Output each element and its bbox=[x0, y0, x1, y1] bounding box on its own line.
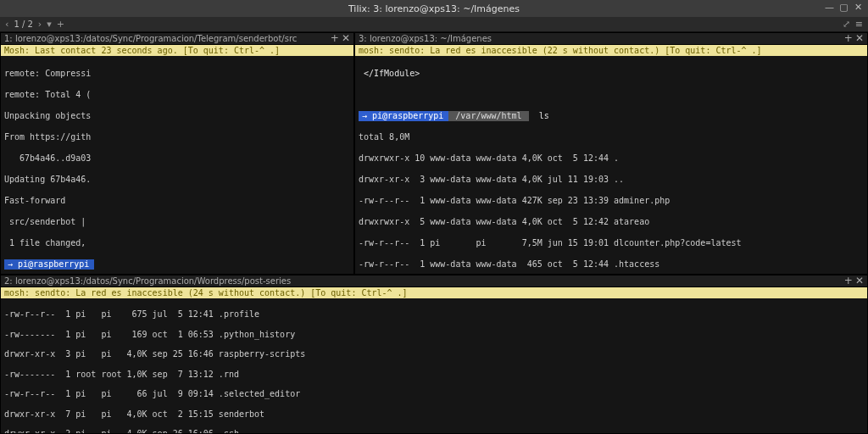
terminal-pane-1[interactable]: 1: lorenzo@xps13:/datos/Sync/Programacio… bbox=[0, 32, 354, 275]
mosh-status-bar: mosh: sendto: La red es inaccesible (22 … bbox=[355, 45, 867, 56]
window-minimize-button[interactable]: — bbox=[825, 3, 834, 12]
prompt-line: → pi@raspberrypi/var/www/html ls bbox=[359, 111, 864, 122]
pane-title: 2: lorenzo@xps13:/datos/Sync/Programacio… bbox=[4, 276, 291, 286]
mosh-status-bar: mosh: sendto: La red es inaccesible (24 … bbox=[1, 287, 867, 298]
window-maximize-button[interactable]: ▢ bbox=[839, 3, 849, 12]
session-dropdown-icon[interactable]: ▾ bbox=[47, 19, 52, 30]
prompt-user: → pi@raspberrypi bbox=[4, 259, 94, 270]
window-title: Tilix: 3: lorenzo@xps13: ~/Imágenes bbox=[348, 3, 520, 14]
hamburger-menu-icon[interactable]: ≡ bbox=[855, 19, 863, 30]
prompt-path: /var/www/html bbox=[448, 111, 528, 122]
mosh-status-bar: Mosh: Last contact 23 seconds ago. [To q… bbox=[1, 45, 353, 56]
toolbar: ‹ 1 / 2 › ▾ + ⤢ ≡ bbox=[0, 17, 868, 32]
fullscreen-button[interactable]: ⤢ bbox=[843, 19, 850, 30]
prev-session-button[interactable]: ‹ bbox=[5, 19, 8, 30]
next-session-button[interactable]: › bbox=[38, 19, 42, 30]
prompt-line: → pi@raspberrypi bbox=[4, 259, 350, 270]
terminal-pane-3[interactable]: 3: lorenzo@xps13: ~/Imágenes + ✕ mosh: s… bbox=[354, 32, 868, 275]
pane-close-button[interactable]: ✕ bbox=[342, 32, 350, 44]
terminal-output[interactable]: -rw-r--r-- 1 pi pi 675 jul 5 12:41 .prof… bbox=[1, 298, 867, 433]
window-close-button[interactable]: ✕ bbox=[854, 3, 863, 12]
pane-add-button[interactable]: + bbox=[844, 32, 853, 44]
pane-close-button[interactable]: ✕ bbox=[855, 32, 864, 44]
pane-titlebar: 1: lorenzo@xps13:/datos/Sync/Programacio… bbox=[1, 33, 353, 45]
session-counter: 1 / 2 bbox=[14, 19, 32, 29]
pane-titlebar: 3: lorenzo@xps13: ~/Imágenes + ✕ bbox=[355, 33, 867, 45]
add-terminal-button[interactable]: + bbox=[57, 19, 64, 30]
pane-title: 1: lorenzo@xps13:/datos/Sync/Programacio… bbox=[4, 34, 297, 43]
terminal-output[interactable]: remote: Compressi remote: Total 4 ( Unpa… bbox=[1, 56, 353, 274]
window-titlebar: Tilix: 3: lorenzo@xps13: ~/Imágenes — ▢ … bbox=[0, 0, 868, 17]
prompt-command: ls bbox=[529, 111, 549, 120]
pane-add-button[interactable]: + bbox=[331, 32, 339, 44]
pane-add-button[interactable]: + bbox=[844, 275, 853, 287]
terminal-output[interactable]: </IfModule> → pi@raspberrypi/var/www/htm… bbox=[355, 56, 867, 274]
pane-title: 3: lorenzo@xps13: ~/Imágenes bbox=[359, 34, 492, 43]
pane-titlebar: 2: lorenzo@xps13:/datos/Sync/Programacio… bbox=[1, 275, 867, 287]
pane-close-button[interactable]: ✕ bbox=[855, 275, 864, 287]
prompt-user: → pi@raspberrypi bbox=[359, 111, 448, 122]
terminal-pane-2[interactable]: 2: lorenzo@xps13:/datos/Sync/Programacio… bbox=[0, 275, 868, 434]
